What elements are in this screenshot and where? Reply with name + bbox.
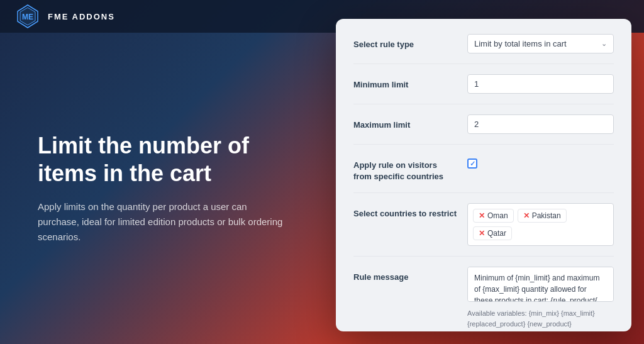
divider-3 — [353, 144, 614, 145]
available-variables-text: Available variables: {min_mix} {max_limi… — [467, 308, 614, 331]
rule-type-select[interactable]: Limit by total items in cart ⌄ — [467, 34, 614, 53]
min-limit-input[interactable] — [467, 74, 614, 94]
main-heading: Limit the number of items in the cart — [38, 132, 289, 186]
right-panel: Select rule type Limit by total items in… — [336, 19, 631, 331]
list-item: ✕ Pakistan — [518, 209, 567, 223]
logo-area: ME FME ADDONS — [15, 4, 115, 29]
apply-rule-checkbox[interactable]: ✓ — [467, 158, 477, 169]
rule-message-control: Minimum of {min_limit} and maximum of {m… — [467, 267, 614, 331]
countries-row: Select countries to restrict ✕ Oman ✕ Pa… — [353, 203, 614, 246]
max-limit-control — [467, 114, 614, 134]
divider-1 — [353, 64, 614, 64]
min-limit-label: Minimum limit — [353, 74, 457, 91]
rule-message-textarea[interactable]: Minimum of {min_limit} and maximum of {m… — [467, 267, 614, 302]
apply-rule-row: Apply rule on visitors from specific cou… — [353, 155, 614, 182]
remove-oman-icon[interactable]: ✕ — [479, 211, 485, 220]
chevron-down-icon: ⌄ — [601, 40, 607, 48]
divider-2 — [353, 104, 614, 104]
left-content: Limit the number of items in the cart Ap… — [0, 33, 327, 344]
list-item: ✕ Oman — [473, 209, 514, 223]
brand-name: FME ADDONS — [48, 12, 115, 21]
rule-type-value: Limit by total items in cart — [474, 39, 567, 48]
fme-logo-icon: ME — [15, 4, 40, 29]
countries-label: Select countries to restrict — [353, 203, 457, 219]
countries-tags[interactable]: ✕ Oman ✕ Pakistan ✕ Qatar — [467, 203, 614, 246]
checkbox-wrap: ✓ — [467, 155, 614, 169]
rule-message-row: Rule message Minimum of {min_limit} and … — [353, 267, 614, 331]
rule-message-label: Rule message — [353, 267, 457, 283]
max-limit-label: Maximum limit — [353, 114, 457, 131]
country-qatar: Qatar — [487, 229, 506, 238]
list-item: ✕ Qatar — [473, 226, 512, 240]
apply-rule-label: Apply rule on visitors from specific cou… — [353, 155, 457, 182]
min-limit-control — [467, 74, 614, 94]
countries-control: ✕ Oman ✕ Pakistan ✕ Qatar — [467, 203, 614, 246]
remove-pakistan-icon[interactable]: ✕ — [523, 211, 530, 220]
sub-text: Apply limits on the quantity per product… — [38, 199, 289, 245]
svg-text:ME: ME — [22, 13, 33, 21]
max-limit-row: Maximum limit — [353, 114, 614, 134]
divider-5 — [353, 256, 614, 257]
apply-rule-control: ✓ — [467, 155, 614, 169]
country-pakistan: Pakistan — [532, 211, 561, 220]
panel-inner: Select rule type Limit by total items in… — [336, 19, 631, 331]
divider-4 — [353, 192, 614, 193]
rule-type-control: Limit by total items in cart ⌄ — [467, 34, 614, 53]
remove-qatar-icon[interactable]: ✕ — [479, 229, 485, 238]
country-oman: Oman — [487, 211, 508, 220]
max-limit-input[interactable] — [467, 114, 614, 134]
check-icon: ✓ — [470, 160, 475, 168]
rule-type-row: Select rule type Limit by total items in… — [353, 34, 614, 53]
rule-type-label: Select rule type — [353, 34, 457, 50]
min-limit-row: Minimum limit — [353, 74, 614, 94]
